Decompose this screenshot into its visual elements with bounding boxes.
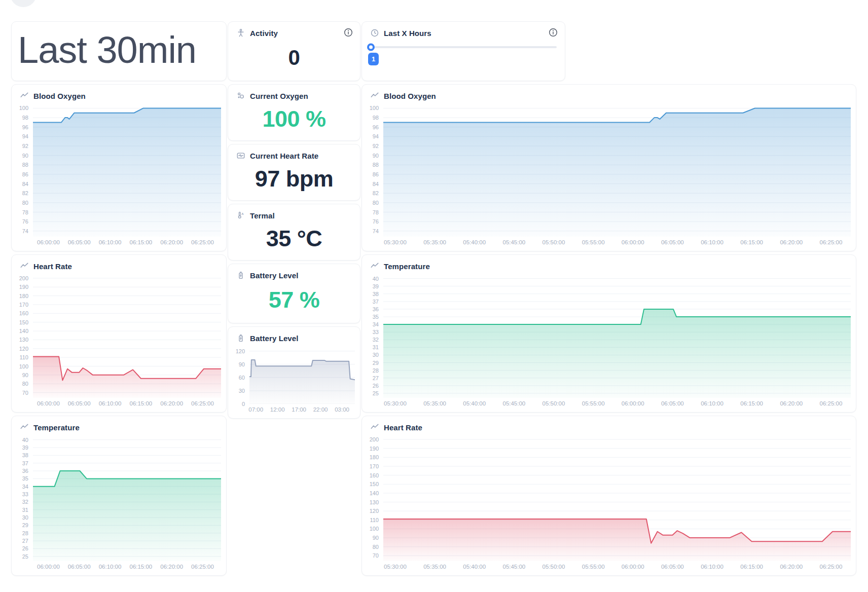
current-oxygen-value: 100 % xyxy=(228,100,360,140)
current-heart-rate-label: Current Heart Rate xyxy=(250,152,318,160)
battery-icon xyxy=(236,271,245,280)
last-x-hours-label: Last X Hours xyxy=(384,29,431,38)
x-axis-labels: 07:0012:0017:0022:0003:00 xyxy=(249,404,355,416)
chart-title: Heart Rate xyxy=(33,262,72,271)
termal-value: 35 °C xyxy=(228,220,360,260)
info-icon[interactable] xyxy=(548,27,558,39)
blood-oxygen-chart-card-xhours: Blood Oxygen 100989694929088868482807876… xyxy=(361,84,856,251)
temperature-chart-card-xhours: Temperature 4039383736353433323130292827… xyxy=(361,254,856,413)
chart-title: Blood Oxygen xyxy=(33,92,86,100)
y-axis-labels: 40393837363534333231302928272625 xyxy=(12,436,33,561)
chart-title: Blood Oxygen xyxy=(384,92,436,100)
chart-plot-area[interactable] xyxy=(33,104,221,237)
battery-level-value: 57 % xyxy=(228,280,360,323)
molecule-icon xyxy=(236,91,245,100)
battery-level-card: Battery Level 57 % xyxy=(228,264,360,323)
x-axis-labels: 06:00:0006:05:0006:10:0006:15:0006:20:00… xyxy=(33,561,221,573)
chart-plot-area[interactable] xyxy=(33,436,221,561)
battery-icon xyxy=(236,334,245,343)
current-heart-rate-card: Current Heart Rate 97 bpm xyxy=(228,144,360,201)
y-axis-labels: 200190180170160150140130120110100908070 xyxy=(362,436,383,561)
y-axis-labels: 10098969492908886848280787674 xyxy=(12,104,33,237)
trend-line-icon xyxy=(370,91,379,100)
temperature-chart-card-30min: Temperature 4039383736353433323130292827… xyxy=(11,416,227,576)
thermometer-icon: A xyxy=(236,211,245,220)
chart-plot-area[interactable] xyxy=(383,275,851,398)
trend-line-icon xyxy=(20,262,29,271)
activity-value: 0 xyxy=(228,38,360,81)
current-oxygen-label: Current Oxygen xyxy=(250,92,308,100)
x-axis-labels: 05:30:0005:35:0005:40:0005:45:0005:50:00… xyxy=(383,561,851,573)
battery-level-label: Battery Level xyxy=(250,271,299,280)
trend-line-icon xyxy=(20,91,29,100)
chart-title: Heart Rate xyxy=(384,423,422,432)
y-axis-labels: 10098969492908886848280787674 xyxy=(362,104,383,237)
hours-slider-value-badge: 1 xyxy=(368,53,379,65)
last-x-hours-card: Last X Hours 1 xyxy=(361,21,565,81)
x-axis-labels: 05:30:0005:35:0005:40:0005:45:0005:50:00… xyxy=(383,237,851,249)
termal-label: Termal xyxy=(250,211,275,220)
trend-line-icon xyxy=(370,423,379,432)
chart-title: Battery Level xyxy=(250,334,299,343)
trend-line-icon xyxy=(370,262,379,271)
activity-label: Activity xyxy=(250,29,278,38)
heart-rate-chart-card-xhours: Heart Rate 20019018017016015014013012011… xyxy=(361,416,856,576)
avatar xyxy=(10,0,37,7)
hours-slider-handle[interactable] xyxy=(367,44,375,51)
svg-text:A: A xyxy=(241,212,244,215)
clock-icon xyxy=(370,28,379,38)
blood-oxygen-chart-card-30min: Blood Oxygen 100989694929088868482807876… xyxy=(11,84,227,251)
battery-history-chart-card: Battery Level 1209060300 07:0012:0017:00… xyxy=(228,326,360,419)
ecg-monitor-icon xyxy=(236,151,245,160)
termal-card: A Termal 35 °C xyxy=(228,204,360,261)
current-oxygen-card: Current Oxygen 100 % xyxy=(228,84,360,141)
hours-slider-track[interactable]: 1 xyxy=(370,46,557,48)
timeframe-title-card: Last 30min xyxy=(11,21,227,81)
chart-plot-area[interactable] xyxy=(383,436,851,561)
chart-plot-area[interactable] xyxy=(33,275,221,398)
x-axis-labels: 06:00:0006:05:0006:10:0006:15:0006:20:00… xyxy=(33,398,221,410)
activity-card: Activity 0 xyxy=(228,21,360,81)
chart-plot-area[interactable] xyxy=(249,347,355,404)
chart-plot-area[interactable] xyxy=(383,104,851,237)
heart-rate-chart-card-30min: Heart Rate 20019018017016015014013012011… xyxy=(11,254,227,413)
chart-title: Temperature xyxy=(33,423,80,432)
y-axis-labels: 200190180170160150140130120110100908070 xyxy=(12,275,33,398)
page-title: Last 30min xyxy=(12,31,226,71)
y-axis-labels: 40393837363534333231302928272625 xyxy=(362,275,383,398)
trend-line-icon xyxy=(20,423,29,432)
chart-title: Temperature xyxy=(384,262,430,271)
person-icon xyxy=(236,28,245,38)
y-axis-labels: 1209060300 xyxy=(228,347,249,404)
current-heart-rate-value: 97 bpm xyxy=(228,160,360,200)
info-icon[interactable] xyxy=(343,27,353,39)
x-axis-labels: 06:00:0006:05:0006:10:0006:15:0006:20:00… xyxy=(33,237,221,249)
x-axis-labels: 05:30:0005:35:0005:40:0005:45:0005:50:00… xyxy=(383,398,851,410)
